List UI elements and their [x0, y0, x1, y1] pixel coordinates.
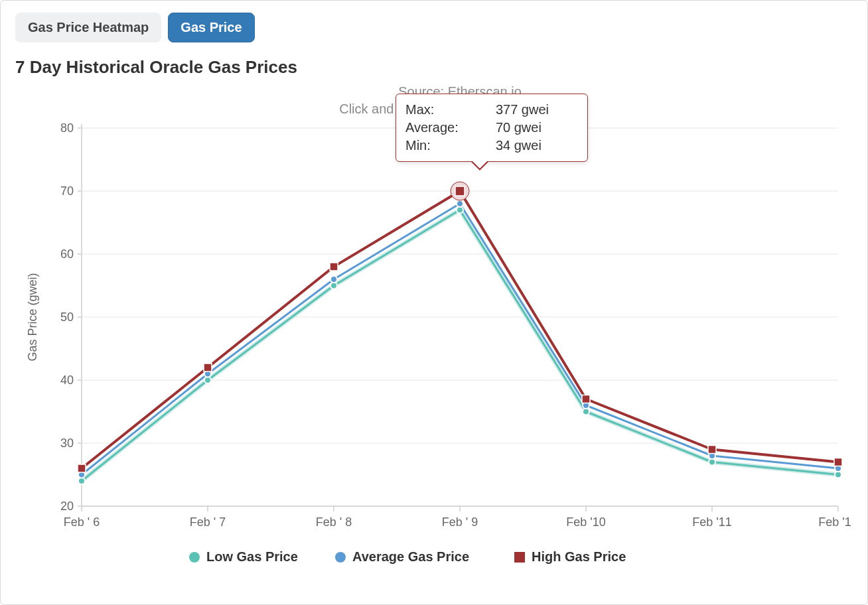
pt-high-marker[interactable] — [330, 263, 338, 271]
tab-bar: Gas Price Heatmap Gas Price — [15, 13, 853, 42]
series-low[interactable] — [82, 210, 838, 482]
tooltip-val-avg: 70 gwei — [496, 119, 578, 137]
y-tick-label: 80 — [60, 121, 74, 135]
legend-item-low[interactable]: Low Gas Price — [206, 549, 298, 564]
tooltip: Max: 377 gwei Average: 70 gwei Min: 34 g… — [396, 94, 588, 162]
pt-high-marker[interactable] — [204, 364, 212, 371]
y-axis-label: Gas Price (gwei) — [26, 273, 39, 361]
plot-area[interactable]: Source: Etherscan.ioClick and drag in th… — [15, 82, 853, 576]
svg-point-15 — [335, 552, 346, 563]
y-tick-label: 30 — [60, 437, 74, 450]
svg-rect-16 — [514, 552, 525, 563]
y-tick-label: 60 — [60, 247, 74, 261]
y-tick-label: 70 — [60, 184, 74, 198]
tab-gas-price[interactable]: Gas Price — [168, 13, 254, 42]
x-tick-label: Feb '10 — [566, 515, 605, 529]
tooltip-key-min: Min: — [405, 137, 496, 155]
highlight-marker[interactable] — [455, 186, 465, 196]
pt-high-marker[interactable] — [834, 458, 842, 466]
x-tick-label: Feb ' 7 — [190, 515, 226, 529]
tooltip-val-max: 377 gwei — [496, 101, 578, 119]
pt-avg-marker[interactable] — [330, 276, 337, 283]
tooltip-key-max: Max: — [405, 101, 496, 119]
legend-item-average[interactable]: Average Gas Price — [352, 549, 469, 564]
y-tick-label: 20 — [60, 500, 74, 513]
legend-item-high[interactable]: High Gas Price — [532, 549, 626, 564]
chart-card: Gas Price Heatmap Gas Price 7 Day Histor… — [0, 0, 868, 605]
series-low-halo — [82, 210, 838, 482]
tab-heatmap[interactable]: Gas Price Heatmap — [15, 13, 161, 42]
legend: Low Gas PriceAverage Gas PriceHigh Gas P… — [189, 549, 626, 564]
svg-point-14 — [189, 552, 200, 563]
series-average[interactable] — [82, 204, 838, 475]
pt-high-marker[interactable] — [78, 464, 86, 472]
x-tick-label: Feb '12 — [818, 515, 851, 529]
tooltip-key-avg: Average: — [405, 119, 496, 137]
x-tick-label: Feb ' 6 — [64, 515, 100, 529]
x-tick-label: Feb ' 9 — [442, 515, 478, 529]
x-tick-label: Feb ' 8 — [316, 515, 352, 529]
tooltip-val-min: 34 gwei — [496, 137, 578, 155]
y-tick-label: 40 — [60, 373, 74, 387]
y-tick-label: 50 — [60, 310, 74, 324]
pt-avg-marker[interactable] — [457, 200, 463, 207]
chart-title: 7 Day Historical Oracle Gas Prices — [15, 57, 853, 78]
pt-high-marker[interactable] — [708, 446, 716, 454]
x-tick-label: Feb '11 — [692, 515, 731, 529]
pt-high-marker[interactable] — [582, 395, 590, 403]
series-high[interactable] — [82, 191, 838, 468]
